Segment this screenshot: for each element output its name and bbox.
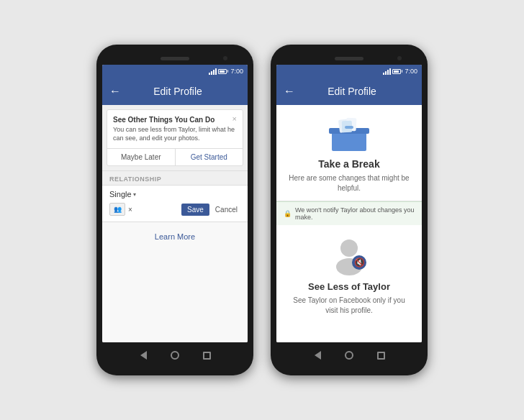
recent-nav-1[interactable] (201, 350, 212, 361)
phone-screen-2: 7:00 ← Edit Profile (276, 65, 422, 342)
signal-bar-5 (383, 73, 384, 75)
svg-rect-5 (345, 126, 353, 129)
dropdown-caret: ▾ (133, 191, 136, 198)
banner-title: See Other Things You Can Do (113, 116, 237, 124)
back-nav-triangle-1 (140, 351, 147, 360)
signal-bar-7 (387, 70, 389, 75)
status-icons-1 (209, 68, 227, 75)
get-started-button[interactable]: Get Started (176, 149, 243, 165)
suggestion-banner: × See Other Things You Can Do You can se… (107, 109, 243, 166)
svg-rect-0 (332, 131, 366, 151)
status-icons-2 (383, 68, 401, 75)
svg-text:🔇: 🔇 (354, 257, 365, 268)
signal-bars-1 (209, 68, 217, 75)
relationship-row: 👥 × Save Cancel (109, 203, 240, 216)
app-header-1: ← Edit Profile (102, 78, 248, 105)
lock-icon: 🔒 (284, 210, 292, 217)
status-time-2: 7:00 (405, 68, 417, 75)
signal-bar-3 (213, 70, 214, 75)
relationship-value[interactable]: Single ▾ (109, 190, 240, 198)
see-less-section: 🔇 See Less of Taylor See Taylor on Faceb… (276, 225, 422, 323)
phone-bottom-1 (102, 342, 248, 368)
phone-1: 7:00 ← Edit Profile × See Other Things Y… (96, 45, 253, 375)
signal-bar-4 (215, 68, 217, 75)
app-header-2: ← Edit Profile (276, 78, 422, 105)
banner-actions: Maybe Later Get Started (107, 148, 243, 165)
signal-bar-6 (385, 71, 387, 75)
phone-2: 7:00 ← Edit Profile (271, 45, 428, 375)
back-button-2[interactable]: ← (284, 85, 295, 98)
header-title-1: Edit Profile (127, 86, 229, 97)
recent-nav-square-1 (203, 352, 211, 360)
svg-point-6 (340, 239, 358, 257)
header-title-2: Edit Profile (301, 86, 403, 97)
signal-bar-8 (389, 68, 391, 75)
phone-top-2 (276, 52, 422, 65)
home-nav-1[interactable] (169, 350, 181, 361)
see-less-description: See Taylor on Facebook only if you visit… (288, 296, 410, 316)
phone-screen-1: 7:00 ← Edit Profile × See Other Things Y… (102, 65, 248, 342)
x-label: × (128, 206, 132, 214)
privacy-note: 🔒 We won't notify Taylor about changes y… (276, 201, 422, 225)
home-nav-circle-1 (171, 351, 179, 360)
maybe-later-button[interactable]: Maybe Later (107, 149, 176, 165)
relationship-section-label: RELATIONSHIP (102, 170, 248, 186)
cancel-button[interactable]: Cancel (212, 204, 240, 216)
camera-2 (397, 56, 402, 60)
battery-fill-2 (394, 70, 399, 73)
back-nav-2[interactable] (312, 350, 323, 361)
home-nav-2[interactable] (343, 350, 355, 361)
camera-1 (223, 56, 227, 60)
banner-text: You can see less from Taylor, limit what… (113, 126, 237, 142)
battery-fill-1 (220, 70, 225, 73)
status-bar-1: 7:00 (102, 65, 248, 78)
break-icon (326, 115, 372, 152)
see-less-icon: 🔇 (329, 235, 369, 275)
signal-bar-2 (211, 71, 212, 75)
speaker-2 (335, 57, 363, 60)
break-description: Here are some changes that might be help… (288, 173, 410, 193)
audience-icon[interactable]: 👥 (109, 203, 125, 216)
status-time-1: 7:00 (230, 68, 243, 75)
banner-close-button[interactable]: × (232, 114, 237, 123)
back-nav-triangle-2 (315, 351, 321, 360)
back-nav-1[interactable] (137, 350, 149, 361)
phone-top-1 (102, 52, 248, 65)
battery-icon-2 (392, 69, 401, 74)
break-title: Take a Break (318, 158, 379, 170)
save-button[interactable]: Save (181, 204, 209, 216)
phone-bottom-2 (276, 342, 422, 368)
learn-more-area: Learn More (102, 222, 248, 342)
recent-nav-square-2 (377, 352, 385, 360)
relationship-content: Single ▾ 👥 × Save Cancel (102, 186, 248, 222)
recent-nav-2[interactable] (375, 350, 387, 361)
signal-bars-2 (383, 68, 391, 75)
status-bar-2: 7:00 (276, 65, 422, 78)
signal-bar-1 (209, 73, 210, 75)
learn-more-link[interactable]: Learn More (155, 232, 195, 241)
speaker-1 (161, 57, 189, 60)
home-nav-circle-2 (345, 351, 353, 360)
break-section: Take a Break Here are some changes that … (276, 105, 422, 201)
phone2-main-content: Take a Break Here are some changes that … (276, 105, 422, 342)
privacy-note-text: We won't notify Taylor about changes you… (295, 206, 415, 221)
battery-icon-1 (218, 69, 227, 74)
see-less-title: See Less of Taylor (308, 281, 390, 292)
back-button-1[interactable]: ← (109, 85, 121, 98)
